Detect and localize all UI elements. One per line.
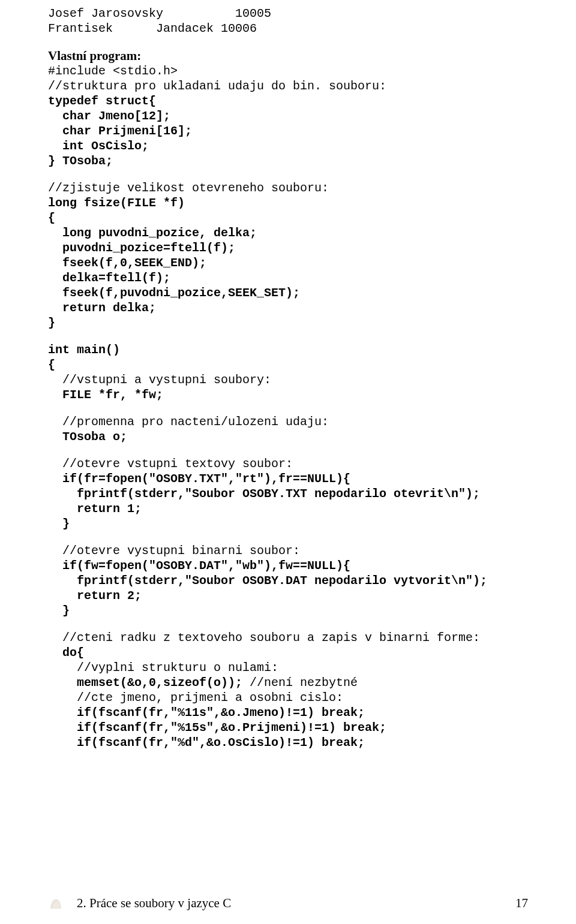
code-comment: //vstupni a vystupni soubory: — [48, 372, 528, 387]
code-comment: //vyplni strukturu o nulami: — [48, 660, 528, 675]
footer-icon — [48, 894, 68, 911]
code-comment: //cteni radku z textoveho souboru a zapi… — [48, 630, 528, 645]
code-line: } TOsoba; — [48, 154, 528, 168]
code-line: long fsize(FILE *f) — [48, 195, 528, 210]
code-line: #include <stdio.h> — [48, 64, 528, 79]
code-line: } — [48, 315, 528, 330]
page-number: 17 — [515, 895, 528, 911]
code-line: int OsCislo; — [48, 139, 528, 154]
code-line: typedef struct{ — [48, 94, 528, 109]
code-comment: //otevre vystupni binarni soubor: — [48, 543, 528, 558]
code-line: fprintf(stderr,"Soubor OSOBY.TXT nepodar… — [48, 486, 528, 501]
code-line: FILE *fr, *fw; — [48, 387, 528, 402]
code-comment: //není nezbytné — [250, 676, 358, 690]
code-line: TOsoba o; — [48, 429, 528, 444]
code-line: return 2; — [48, 588, 528, 603]
code-line: return 1; — [48, 501, 528, 516]
footer-text: 2. Práce se soubory v jazyce C — [77, 895, 231, 911]
code-comment: //cte jmeno, prijmeni a osobni cislo: — [48, 690, 528, 705]
header-row-1: Josef Jarosovsky 10005 — [48, 6, 528, 21]
code-comment: //struktura pro ukladani udaju do bin. s… — [48, 79, 528, 94]
code-line: { — [48, 357, 528, 372]
code-line: char Prijmeni[16]; — [48, 124, 528, 139]
section-title: Vlastní program: — [48, 48, 528, 64]
code-line: do{ — [48, 645, 528, 660]
code-line: if(fscanf(fr,"%d",&o.OsCislo)!=1) break; — [48, 735, 528, 750]
code-line: fprintf(stderr,"Soubor OSOBY.DAT nepodar… — [48, 573, 528, 588]
code-comment: //promenna pro nacteni/ulozeni udaju: — [48, 414, 528, 429]
code-line: fseek(f,puvodni_pozice,SEEK_SET); — [48, 285, 528, 300]
header-row-2: Frantisek Jandacek 10006 — [48, 21, 528, 36]
code-line: } — [48, 603, 528, 618]
code-line: memset(&o,0,sizeof(o)); //není nezbytné — [48, 675, 528, 690]
code-line: long puvodni_pozice, delka; — [48, 225, 528, 240]
code-comment: //zjistuje velikost otevreneho souboru: — [48, 180, 528, 195]
code-line: if(fr=fopen("OSOBY.TXT","rt"),fr==NULL){ — [48, 471, 528, 486]
code-line: puvodni_pozice=ftell(f); — [48, 240, 528, 255]
code-line: if(fscanf(fr,"%11s",&o.Jmeno)!=1) break; — [48, 705, 528, 720]
code-line: char Jmeno[12]; — [48, 109, 528, 124]
code-line: if(fscanf(fr,"%15s",&o.Prijmeni)!=1) bre… — [48, 720, 528, 735]
code-line: fseek(f,0,SEEK_END); — [48, 255, 528, 270]
code-line: } — [48, 516, 528, 531]
code-line: if(fw=fopen("OSOBY.DAT","wb"),fw==NULL){ — [48, 558, 528, 573]
page-footer: 2. Práce se soubory v jazyce C 17 — [48, 894, 528, 911]
code-line: int main() — [48, 342, 528, 357]
code-line: delka=ftell(f); — [48, 270, 528, 285]
code-fragment: memset(&o,0,sizeof(o)); — [77, 676, 250, 690]
code-line: { — [48, 210, 528, 225]
code-comment: //otevre vstupni textovy soubor: — [48, 456, 528, 471]
code-line: return delka; — [48, 300, 528, 315]
